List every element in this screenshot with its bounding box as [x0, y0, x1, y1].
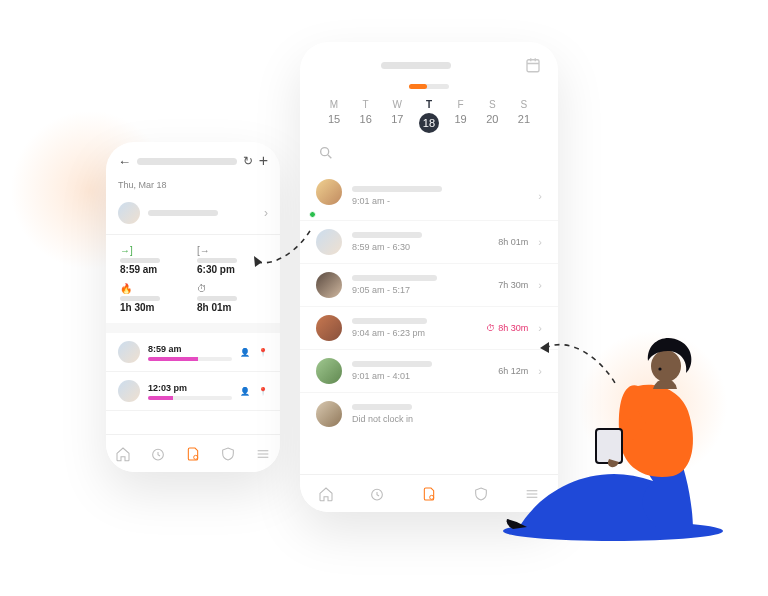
timer-icon[interactable] [150, 446, 166, 462]
avatar [316, 229, 342, 255]
progress-bar [148, 357, 232, 361]
title-placeholder [381, 62, 451, 69]
employee-row[interactable]: 9:05 am - 5:17 7h 30m › [300, 264, 558, 307]
progress-bar [148, 396, 232, 400]
employee-header[interactable]: › [106, 196, 280, 235]
title-placeholder [137, 158, 237, 165]
shift-entry[interactable]: 8:59 am 👤 📍 [106, 333, 280, 372]
svg-rect-2 [527, 60, 539, 72]
svg-rect-9 [596, 429, 622, 463]
avatar [118, 380, 140, 402]
user-icon: 👤 [240, 348, 250, 357]
back-icon[interactable]: ← [118, 154, 131, 169]
entry-time: 12:03 pm [148, 383, 232, 393]
clock-icon: ⏱ [197, 283, 266, 294]
avatar [316, 358, 342, 384]
weekday[interactable]: S21 [512, 99, 536, 133]
calendar-icon[interactable] [524, 56, 542, 74]
clock-in-icon: →] [120, 245, 189, 256]
svg-point-3 [321, 148, 329, 156]
weekday[interactable]: M15 [322, 99, 346, 133]
user-icon: 👤 [240, 387, 250, 396]
avatar [118, 341, 140, 363]
avatar [316, 179, 342, 205]
break-icon: 🔥 [120, 283, 189, 294]
svg-point-10 [651, 350, 681, 382]
clock-out-time: 6:30 pm [197, 264, 266, 275]
weekday-selected[interactable]: T18 [417, 99, 441, 133]
weekday[interactable]: W17 [385, 99, 409, 133]
row-sub: 9:05 am - 5:17 [352, 285, 488, 295]
avatar [316, 272, 342, 298]
progress-indicator [409, 84, 449, 89]
chevron-right-icon: › [264, 206, 268, 220]
avatar [316, 401, 342, 427]
search-icon[interactable] [300, 133, 558, 171]
row-sub: 9:01 am - 4:01 [352, 371, 488, 381]
weekday[interactable]: F19 [449, 99, 473, 133]
clock-out-icon: [→ [197, 245, 266, 256]
total-duration: 8h 01m [197, 302, 266, 313]
week-selector: M15 T16 W17 T18 F19 S20 S21 [300, 99, 558, 133]
row-sub: 8:59 am - 6:30 [352, 242, 488, 252]
status-active-icon [309, 211, 316, 218]
name-placeholder [148, 210, 218, 216]
timesheet-icon[interactable] [185, 446, 201, 462]
avatar [118, 202, 140, 224]
chevron-right-icon: › [538, 190, 542, 202]
svg-point-11 [658, 367, 661, 370]
entry-time: 8:59 am [148, 344, 232, 354]
row-sub: 9:01 am - [352, 196, 528, 206]
phone-detail-view: ← ↻ + Thu, Mar 18 › →] 8:59 am [→ 6:30 p… [106, 142, 280, 472]
row-sub: 9:04 am - 6:23 pm [352, 328, 476, 338]
location-icon: 📍 [258, 387, 268, 396]
chevron-right-icon: › [538, 279, 542, 291]
clock-in-time: 8:59 am [120, 264, 189, 275]
svg-point-5 [430, 495, 434, 499]
menu-icon[interactable] [255, 446, 271, 462]
location-icon: 📍 [258, 348, 268, 357]
avatar [316, 315, 342, 341]
weekday[interactable]: T16 [354, 99, 378, 133]
shield-icon[interactable] [473, 486, 489, 502]
home-icon[interactable] [115, 446, 131, 462]
person-illustration [488, 311, 728, 541]
history-icon[interactable]: ↻ [243, 154, 253, 168]
date-label: Thu, Mar 18 [106, 180, 280, 196]
home-icon[interactable] [318, 486, 334, 502]
chevron-right-icon: › [538, 236, 542, 248]
shield-icon[interactable] [220, 446, 236, 462]
svg-point-1 [194, 455, 198, 459]
row-hours: 7h 30m [498, 280, 528, 290]
weekday[interactable]: S20 [480, 99, 504, 133]
shift-entry[interactable]: 12:03 pm 👤 📍 [106, 372, 280, 411]
tab-bar [106, 434, 280, 472]
timer-icon[interactable] [369, 486, 385, 502]
day-stats: →] 8:59 am [→ 6:30 pm 🔥 1h 30m ⏱ 8h 01m [106, 235, 280, 333]
row-hours: 8h 01m [498, 237, 528, 247]
break-duration: 1h 30m [120, 302, 189, 313]
employee-row[interactable]: 8:59 am - 6:30 8h 01m › [300, 221, 558, 264]
employee-row[interactable]: 9:01 am - › [300, 171, 558, 221]
add-icon[interactable]: + [259, 152, 268, 170]
timesheet-icon[interactable] [421, 486, 437, 502]
